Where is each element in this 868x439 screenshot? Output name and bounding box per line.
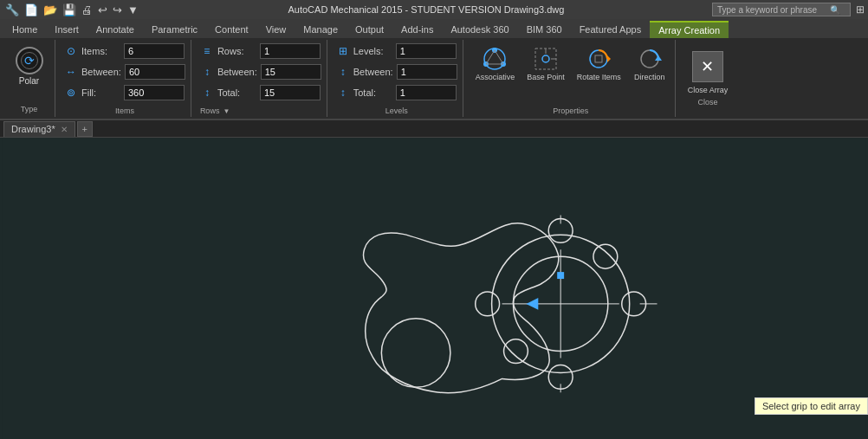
levels-total-input[interactable] xyxy=(396,85,457,100)
rows-field-row-3: ↕ Total: xyxy=(200,83,321,102)
rows-label-text: Rows xyxy=(200,107,220,115)
levels-field-row-3: ↕ Total: xyxy=(336,83,457,102)
levels-between-label: Between: xyxy=(353,67,393,77)
levels-icon: ⊞ xyxy=(336,45,350,57)
rows-between-label: Between: xyxy=(217,67,257,77)
items-icon: ⊙ xyxy=(64,45,78,57)
between-input-1[interactable] xyxy=(125,64,185,80)
redo-icon[interactable]: ↪ xyxy=(111,3,124,16)
direction-icon xyxy=(636,45,664,73)
levels-total-icon: ↕ xyxy=(336,87,350,99)
svg-marker-12 xyxy=(607,55,611,62)
rows-icon: ≡ xyxy=(200,45,214,57)
save-icon[interactable]: 💾 xyxy=(61,3,78,16)
tab-array-creation[interactable]: Array Creation xyxy=(650,21,729,38)
svg-rect-13 xyxy=(595,55,602,62)
levels-field-row-1: ⊞ Levels: xyxy=(336,42,457,61)
rows-field-row-2: ↕ Between: xyxy=(200,62,321,81)
tab-parametric[interactable]: Parametric xyxy=(143,21,206,38)
levels-between-input[interactable] xyxy=(397,64,457,80)
items-field-row-3: ⊚ Fill: xyxy=(64,83,185,102)
associative-label: Associative xyxy=(476,73,515,81)
items-input[interactable] xyxy=(124,43,185,59)
new-icon[interactable]: 📄 xyxy=(23,3,40,16)
direction-button[interactable]: Direction xyxy=(628,42,671,85)
levels-group-label: Levels xyxy=(336,107,457,115)
ribbon-panel: Polar Type ⊙ Items: ↔ Between: ⊚ Fill: I… xyxy=(0,38,868,120)
rows-input[interactable] xyxy=(260,43,321,59)
between-icon-1: ↔ xyxy=(64,66,78,78)
search-box[interactable]: 🔍 xyxy=(712,3,851,16)
undo-icon[interactable]: ↩ xyxy=(96,3,109,16)
levels-field-row-2: ↕ Between: xyxy=(336,62,457,81)
polar-button[interactable]: Polar xyxy=(12,43,47,89)
basepoint-button[interactable]: Base Point xyxy=(521,42,570,85)
rows-total-input[interactable] xyxy=(260,85,321,100)
props-buttons-row: Associative Base Point xyxy=(470,42,671,85)
close-array-button[interactable]: ✕ xyxy=(692,51,723,82)
basepoint-icon xyxy=(532,45,560,73)
between-label-1: Between: xyxy=(81,67,121,77)
levels-group: ⊞ Levels: ↕ Between: ↕ Total: Levels xyxy=(331,40,463,117)
tab-featured[interactable]: Featured Apps xyxy=(571,21,651,38)
open-icon[interactable]: 📂 xyxy=(42,3,59,16)
rows-between-input[interactable] xyxy=(261,64,321,80)
titlebar-icons: 🔧 📄 📂 💾 🖨 ↩ ↪ ▼ xyxy=(3,3,140,16)
associative-icon xyxy=(481,45,508,73)
items-field-row-2: ↔ Between: xyxy=(64,62,185,81)
properties-group-label: Properties xyxy=(470,107,671,115)
svg-rect-16 xyxy=(3,138,865,439)
drawing-canvas[interactable] xyxy=(0,138,868,439)
tab-annotate[interactable]: Annotate xyxy=(87,21,143,38)
tab-view[interactable]: View xyxy=(257,21,295,38)
add-tab-button[interactable]: + xyxy=(77,121,93,137)
fill-input[interactable] xyxy=(124,85,185,100)
items-group-label: Items xyxy=(64,107,185,115)
direction-label: Direction xyxy=(634,73,665,81)
svg-point-8 xyxy=(542,55,549,62)
polar-icon xyxy=(16,47,43,74)
search-icon: 🔍 xyxy=(830,5,840,15)
search-input[interactable] xyxy=(717,5,830,15)
rows-chevron-icon[interactable]: ▼ xyxy=(223,107,230,115)
titlebar: 🔧 📄 📂 💾 🖨 ↩ ↪ ▼ AutoCAD Mechanical 2015 … xyxy=(0,0,868,19)
doc-tab-name: Drawing3* xyxy=(11,124,55,134)
tab-content[interactable]: Content xyxy=(206,21,257,38)
tab-manage[interactable]: Manage xyxy=(295,21,347,38)
more-icon[interactable]: ▼ xyxy=(126,3,140,16)
type-group-label: Type xyxy=(21,105,38,113)
properties-group: Associative Base Point xyxy=(467,40,676,117)
window-controls: ⊞ xyxy=(856,3,865,16)
rows-group-label: Rows ▼ xyxy=(200,105,321,115)
tab-insert[interactable]: Insert xyxy=(46,21,87,38)
select-grip-tooltip: Select grip to edit array xyxy=(755,397,868,415)
levels-total-label: Total: xyxy=(353,87,392,98)
rotateitems-label: Rotate Items xyxy=(577,73,621,81)
window-title: AutoCAD Mechanical 2015 - STUDENT VERSIO… xyxy=(140,4,712,15)
close-array-label: Close Array xyxy=(688,86,729,94)
fill-label: Fill: xyxy=(81,87,120,98)
tab-autodesk360[interactable]: Autodesk 360 xyxy=(442,21,517,38)
tab-bim360[interactable]: BIM 360 xyxy=(518,21,571,38)
print-icon[interactable]: 🖨 xyxy=(80,3,94,16)
close-group: ✕ Close Array Close xyxy=(679,40,737,117)
rows-field-row-1: ≡ Rows: xyxy=(200,42,321,61)
items-field-row-1: ⊙ Items: xyxy=(64,42,185,61)
items-group: ⊙ Items: ↔ Between: ⊚ Fill: Items xyxy=(59,40,191,117)
close-tab-icon[interactable]: ✕ xyxy=(61,125,68,134)
rotateitems-button[interactable]: Rotate Items xyxy=(572,42,626,85)
tab-output[interactable]: Output xyxy=(347,21,392,38)
ribbon-tabs: Home Insert Annotate Parametric Content … xyxy=(0,19,868,38)
levels-input[interactable] xyxy=(396,43,457,59)
close-group-label: Close xyxy=(697,98,717,107)
rows-total-icon: ↕ xyxy=(200,87,214,99)
polar-label: Polar xyxy=(19,76,39,86)
document-tab[interactable]: Drawing3* ✕ xyxy=(3,121,75,137)
basepoint-label: Base Point xyxy=(527,73,565,81)
associative-button[interactable]: Associative xyxy=(470,42,521,85)
tab-addins[interactable]: Add-ins xyxy=(392,21,442,38)
levels-label: Levels: xyxy=(353,46,392,56)
tab-home[interactable]: Home xyxy=(3,21,46,38)
type-group: Polar Type xyxy=(3,40,55,117)
viewport[interactable]: Top][2D Wireframe] xyxy=(0,138,868,439)
